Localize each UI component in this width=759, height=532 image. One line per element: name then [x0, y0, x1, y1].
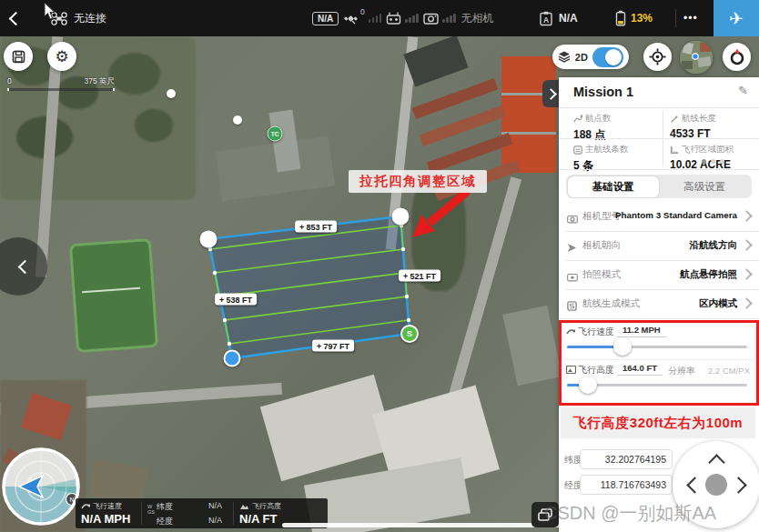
- route-start-marker[interactable]: S: [400, 325, 419, 343]
- heading-icon: [567, 243, 577, 253]
- map-dot: [167, 89, 176, 98]
- satellite-icon: [344, 12, 359, 25]
- map-settings-button[interactable]: ⚙: [47, 42, 76, 71]
- area-corner-handle[interactable]: [392, 208, 410, 226]
- speed-row-icon: [566, 327, 575, 336]
- save-mission-button[interactable]: [4, 42, 33, 71]
- telemetry-altitude: 飞行高度 N/A FT: [234, 498, 287, 528]
- telemetry-coords: WGS 纬度N/A 经度N/A: [142, 498, 233, 528]
- gear-icon: ⚙: [55, 47, 68, 66]
- page-dots[interactable]: [702, 159, 724, 164]
- takeoff-button[interactable]: ✈: [713, 0, 759, 36]
- map-poi-marker: TC: [268, 126, 283, 142]
- speed-slider-track[interactable]: [567, 346, 747, 348]
- flight-mode-group: N/A: [312, 0, 339, 36]
- minimap-button[interactable]: [680, 41, 713, 74]
- map-mode-label: 2D: [575, 52, 588, 63]
- telemetry-speed: 飞行速度 N/A MPH: [76, 498, 141, 528]
- minimap-thumbnail: [680, 41, 713, 74]
- chevron-right-icon: [741, 268, 753, 280]
- resolution-label: 分辨率: [668, 365, 695, 377]
- map-mode-pill: 2D: [552, 45, 629, 69]
- setting-photo-mode[interactable]: 拍照模式 航点悬停拍照: [559, 260, 759, 289]
- clipboard-a-icon: A: [539, 11, 553, 26]
- tab-advanced-settings[interactable]: 高级设置: [659, 176, 751, 197]
- camera-signal-bars: [442, 14, 456, 23]
- watermark: CSDN @一别如斯AA: [544, 501, 716, 526]
- area-ruler-icon: [670, 146, 679, 155]
- nudge-left-button[interactable]: [686, 477, 703, 493]
- rc-mode-group: A N/A: [539, 0, 578, 36]
- route-length-icon: [670, 115, 679, 124]
- route-mode-icon: [567, 301, 577, 311]
- start-marker-label: S: [407, 329, 412, 338]
- area-corner-handle-active[interactable]: [224, 350, 241, 367]
- latitude-input[interactable]: 32.202764195: [580, 449, 673, 469]
- speed-label: 飞行速度: [578, 326, 614, 338]
- rc-mode-value: N/A: [559, 12, 578, 25]
- chevron-right-icon: [545, 88, 557, 100]
- compass-widget[interactable]: N: [2, 447, 80, 526]
- camera-status: 无相机: [461, 11, 494, 26]
- speed-slider-thumb[interactable]: [613, 337, 632, 356]
- setting-camera-model[interactable]: 相机型号 Phantom 3 Standard Camera: [559, 202, 759, 231]
- wgs-label: WGS: [147, 501, 155, 528]
- edit-mission-button[interactable]: ✎: [738, 84, 748, 97]
- setting-camera-heading[interactable]: 相机朝向 沿航线方向: [559, 231, 759, 260]
- map-scale-bar: 0375 英尺: [7, 76, 115, 91]
- compass-reset-button[interactable]: [723, 43, 751, 71]
- setting-route-mode[interactable]: 航线生成模式 区内模式: [559, 289, 759, 318]
- mission-title: Mission 1: [573, 85, 633, 99]
- aircraft-status: 无连接: [51, 0, 106, 36]
- layers-icon: [558, 51, 571, 63]
- map-2d-toggle[interactable]: [592, 47, 623, 67]
- camera-icon: [423, 13, 439, 25]
- compass-icon: [728, 48, 746, 66]
- more-menu-button[interactable]: •••: [683, 0, 698, 36]
- edge-distance-label: +853 FT: [295, 221, 337, 233]
- chevron-right-icon: [741, 210, 753, 222]
- battery-icon: [615, 10, 626, 26]
- altitude-note: 飞行高度320ft左右为100m: [561, 407, 755, 438]
- altitude-label: 飞行高度: [578, 364, 614, 376]
- main-lines-icon: [573, 146, 582, 155]
- nudge-center-button[interactable]: [705, 474, 727, 496]
- nudge-up-button[interactable]: [708, 454, 724, 470]
- altitude-slider-thumb[interactable]: [579, 376, 597, 394]
- panel-collapse-tab[interactable]: [542, 80, 559, 107]
- locate-me-button[interactable]: [643, 43, 672, 71]
- map-dot: [233, 115, 242, 125]
- altitude-icon: [239, 502, 249, 510]
- area-corner-handle[interactable]: [200, 231, 218, 248]
- resolution-value: 2.2 CM/PX: [708, 366, 750, 376]
- move-icon: +: [317, 341, 321, 350]
- chevron-left-icon: [17, 259, 32, 274]
- back-button[interactable]: [11, 0, 21, 36]
- battery-percent: 13%: [631, 12, 653, 25]
- move-icon: +: [299, 222, 304, 231]
- gps-signal-bars: [369, 14, 382, 23]
- move-icon: +: [219, 295, 224, 304]
- rc-group: [386, 0, 419, 36]
- mission-panel: Mission 1 ✎ 航点数 188 点 航线长度 4533 FT 主航线条数…: [559, 77, 759, 532]
- flight-mode-badge: N/A: [312, 12, 339, 25]
- edge-distance-label: +538 FT: [215, 294, 257, 306]
- stat-route-length: 航线长度 4533 FT: [670, 113, 759, 140]
- altitude-value-field[interactable]: 164.0 FT: [617, 363, 663, 376]
- stat-area: 飞行区域面积 10.02 ACRE: [670, 144, 759, 171]
- tab-basic-settings[interactable]: 基础设置: [568, 176, 660, 197]
- photo-mode-icon: [567, 273, 578, 282]
- speed-value-field[interactable]: 11.2 MPH: [617, 325, 666, 337]
- save-icon: [12, 50, 25, 64]
- longitude-input[interactable]: 118.716763493: [580, 475, 673, 495]
- app-root: S TC +853 FT +521 FT +538 FT +797 FT 拉托四…: [0, 0, 759, 532]
- nudge-right-button[interactable]: [730, 477, 746, 493]
- chevron-left-icon: [9, 11, 24, 25]
- mouse-cursor: [44, 3, 56, 21]
- flight-area-polygon[interactable]: [208, 216, 410, 358]
- move-icon: +: [403, 271, 408, 280]
- settings-tabs: 基础设置 高级设置: [566, 175, 752, 198]
- annotation-drag-corners: 拉托四角调整区域: [349, 170, 487, 193]
- speed-icon: [81, 502, 90, 510]
- rc-signal-bars: [405, 14, 419, 23]
